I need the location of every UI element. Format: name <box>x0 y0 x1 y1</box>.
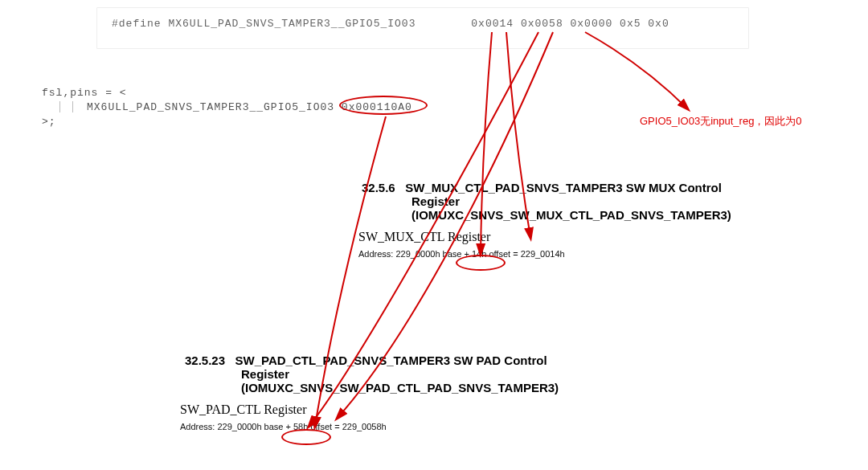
section1-title-l3: (IOMUXC_SNVS_SW_MUX_CTL_PAD_SNVS_TAMPER3… <box>411 208 731 222</box>
section1-addr-post: = 229_0014h <box>510 249 565 259</box>
circle-usage-value <box>339 96 428 115</box>
fsl-line1: fsl,pins = < <box>42 87 127 99</box>
section1-addr-pre: Address: 229_0000h base + <box>358 249 472 259</box>
section2-title-l3: (IOMUXC_SNVS_SW_PAD_CTL_PAD_SNVS_TAMPER3… <box>241 381 559 394</box>
section2-heading: 32.5.23 SW_PAD_CTL_PAD_SNVS_TAMPER3 SW P… <box>185 354 747 394</box>
section1-subtitle: SW_MUX_CTL Register <box>358 230 844 244</box>
annotation-no-input-reg: GPIO5_IO03无input_reg，因此为0 <box>640 114 802 129</box>
section2-address: Address: 229_0000h base + 58h offset = 2… <box>180 422 747 431</box>
section-sw-pad-ctl: 32.5.23 SW_PAD_CTL_PAD_SNVS_TAMPER3 SW P… <box>185 354 747 431</box>
fsl-close: >; <box>42 116 56 128</box>
section1-address: Address: 229_0000h base + 14h offset = 2… <box>358 249 844 259</box>
section2-number: 32.5.23 <box>185 354 225 367</box>
section2-addr-post: = 229_0058h <box>332 422 387 431</box>
define-macro: #define MX6ULL_PAD_SNVS_TAMPER3__GPIO5_I… <box>112 18 416 30</box>
section1-heading: 32.5.6 SW_MUX_CTL_PAD_SNVS_TAMPER3 SW MU… <box>362 181 844 222</box>
section1-title-l1: SW_MUX_CTL_PAD_SNVS_TAMPER3 SW MUX Contr… <box>405 181 722 194</box>
section1-title-l2: Register <box>411 194 460 208</box>
define-values: 0x0014 0x0058 0x0000 0x5 0x0 <box>471 18 669 30</box>
section-sw-mux-ctl: 32.5.6 SW_MUX_CTL_PAD_SNVS_TAMPER3 SW MU… <box>362 181 844 259</box>
circle-58h-offset <box>281 429 331 445</box>
section2-addr-pre: Address: 229_0000h base + <box>180 422 293 431</box>
code-guide-line <box>59 101 60 112</box>
section2-title-l1: SW_PAD_CTL_PAD_SNVS_TAMPER3 SW PAD Contr… <box>235 354 547 367</box>
section1-number: 32.5.6 <box>362 181 395 194</box>
code-guide-line <box>72 101 73 112</box>
circle-14h-offset <box>456 255 506 271</box>
define-line: #define MX6ULL_PAD_SNVS_TAMPER3__GPIO5_I… <box>112 18 669 30</box>
section2-subtitle: SW_PAD_CTL Register <box>180 403 747 417</box>
section2-title-l2: Register <box>241 367 289 381</box>
